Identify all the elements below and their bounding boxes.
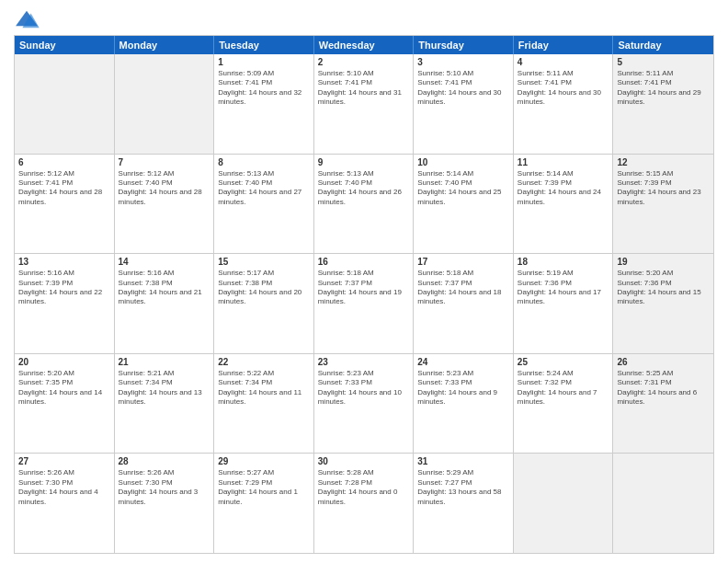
cal-cell: 10Sunrise: 5:14 AM Sunset: 7:40 PM Dayli… <box>414 155 514 254</box>
cell-info: Sunrise: 5:20 AM Sunset: 7:36 PM Dayligh… <box>617 269 710 307</box>
cal-cell: 8Sunrise: 5:13 AM Sunset: 7:40 PM Daylig… <box>214 155 314 254</box>
week-row-3: 13Sunrise: 5:16 AM Sunset: 7:39 PM Dayli… <box>15 253 713 353</box>
day-number: 7 <box>119 157 210 167</box>
cell-info: Sunrise: 5:26 AM Sunset: 7:30 PM Dayligh… <box>119 468 210 507</box>
day-number: 9 <box>318 157 410 167</box>
day-number: 28 <box>119 456 210 466</box>
day-number: 11 <box>518 157 609 167</box>
day-number: 3 <box>417 57 509 67</box>
cal-cell: 14Sunrise: 5:16 AM Sunset: 7:38 PM Dayli… <box>115 254 215 353</box>
cell-info: Sunrise: 5:09 AM Sunset: 7:41 PM Dayligh… <box>218 69 310 108</box>
cal-cell: 22Sunrise: 5:22 AM Sunset: 7:34 PM Dayli… <box>214 354 314 454</box>
cal-cell: 21Sunrise: 5:21 AM Sunset: 7:34 PM Dayli… <box>115 354 215 454</box>
cal-cell: 4Sunrise: 5:11 AM Sunset: 7:41 PM Daylig… <box>514 54 614 154</box>
calendar-body: 1Sunrise: 5:09 AM Sunset: 7:41 PM Daylig… <box>15 54 713 553</box>
cal-cell <box>15 54 115 154</box>
cal-cell: 20Sunrise: 5:20 AM Sunset: 7:35 PM Dayli… <box>15 354 115 454</box>
day-number: 14 <box>119 257 210 267</box>
logo <box>14 9 43 29</box>
header-day-tuesday: Tuesday <box>214 36 314 54</box>
header-day-saturday: Saturday <box>613 36 713 54</box>
header-day-friday: Friday <box>514 36 614 54</box>
day-number: 12 <box>617 157 710 167</box>
cell-info: Sunrise: 5:11 AM Sunset: 7:41 PM Dayligh… <box>518 69 609 108</box>
cal-cell: 17Sunrise: 5:18 AM Sunset: 7:37 PM Dayli… <box>414 254 514 353</box>
cell-info: Sunrise: 5:23 AM Sunset: 7:33 PM Dayligh… <box>417 369 509 408</box>
day-number: 10 <box>417 157 509 167</box>
cell-info: Sunrise: 5:29 AM Sunset: 7:27 PM Dayligh… <box>417 468 509 507</box>
cell-info: Sunrise: 5:19 AM Sunset: 7:36 PM Dayligh… <box>518 269 609 307</box>
cell-info: Sunrise: 5:22 AM Sunset: 7:34 PM Dayligh… <box>218 369 310 408</box>
cell-info: Sunrise: 5:13 AM Sunset: 7:40 PM Dayligh… <box>218 169 310 208</box>
cell-info: Sunrise: 5:15 AM Sunset: 7:39 PM Dayligh… <box>617 169 710 208</box>
cal-cell <box>613 454 713 553</box>
day-number: 1 <box>218 57 310 67</box>
logo-icon <box>14 9 40 29</box>
cell-info: Sunrise: 5:28 AM Sunset: 7:28 PM Dayligh… <box>318 468 410 507</box>
cell-info: Sunrise: 5:11 AM Sunset: 7:41 PM Dayligh… <box>617 69 710 108</box>
cell-info: Sunrise: 5:13 AM Sunset: 7:40 PM Dayligh… <box>318 169 410 208</box>
cell-info: Sunrise: 5:14 AM Sunset: 7:40 PM Dayligh… <box>417 169 509 208</box>
day-number: 22 <box>218 357 310 367</box>
day-number: 18 <box>518 257 609 267</box>
cell-info: Sunrise: 5:20 AM Sunset: 7:35 PM Dayligh… <box>18 369 110 408</box>
header-day-thursday: Thursday <box>414 36 514 54</box>
cell-info: Sunrise: 5:12 AM Sunset: 7:40 PM Dayligh… <box>119 169 210 208</box>
cal-cell: 29Sunrise: 5:27 AM Sunset: 7:29 PM Dayli… <box>214 454 314 553</box>
cal-cell <box>115 54 215 154</box>
week-row-5: 27Sunrise: 5:26 AM Sunset: 7:30 PM Dayli… <box>15 453 713 553</box>
cell-info: Sunrise: 5:14 AM Sunset: 7:39 PM Dayligh… <box>518 169 609 208</box>
cal-cell <box>514 454 614 553</box>
week-row-1: 1Sunrise: 5:09 AM Sunset: 7:41 PM Daylig… <box>15 54 713 154</box>
cal-cell: 7Sunrise: 5:12 AM Sunset: 7:40 PM Daylig… <box>115 155 215 254</box>
cell-info: Sunrise: 5:27 AM Sunset: 7:29 PM Dayligh… <box>218 468 310 507</box>
day-number: 6 <box>18 157 110 167</box>
cal-cell: 27Sunrise: 5:26 AM Sunset: 7:30 PM Dayli… <box>15 454 115 553</box>
cal-cell: 1Sunrise: 5:09 AM Sunset: 7:41 PM Daylig… <box>214 54 314 154</box>
day-number: 15 <box>218 257 310 267</box>
calendar-header: SundayMondayTuesdayWednesdayThursdayFrid… <box>15 36 713 54</box>
day-number: 16 <box>318 257 410 267</box>
calendar: SundayMondayTuesdayWednesdayThursdayFrid… <box>14 35 714 554</box>
cal-cell: 9Sunrise: 5:13 AM Sunset: 7:40 PM Daylig… <box>314 155 415 254</box>
cell-info: Sunrise: 5:12 AM Sunset: 7:41 PM Dayligh… <box>18 169 110 208</box>
day-number: 27 <box>18 456 110 466</box>
cell-info: Sunrise: 5:16 AM Sunset: 7:39 PM Dayligh… <box>18 269 110 307</box>
day-number: 30 <box>318 456 410 466</box>
day-number: 24 <box>417 357 509 367</box>
cell-info: Sunrise: 5:18 AM Sunset: 7:37 PM Dayligh… <box>318 269 410 307</box>
day-number: 20 <box>18 357 110 367</box>
day-number: 23 <box>318 357 410 367</box>
cal-cell: 13Sunrise: 5:16 AM Sunset: 7:39 PM Dayli… <box>15 254 115 353</box>
day-number: 31 <box>417 456 509 466</box>
week-row-2: 6Sunrise: 5:12 AM Sunset: 7:41 PM Daylig… <box>15 154 713 254</box>
header-day-wednesday: Wednesday <box>314 36 415 54</box>
day-number: 29 <box>218 456 310 466</box>
day-number: 17 <box>417 257 509 267</box>
cal-cell: 3Sunrise: 5:10 AM Sunset: 7:41 PM Daylig… <box>414 54 514 154</box>
day-number: 21 <box>119 357 210 367</box>
day-number: 2 <box>318 57 410 67</box>
page: SundayMondayTuesdayWednesdayThursdayFrid… <box>0 0 728 563</box>
day-number: 5 <box>617 57 710 67</box>
cal-cell: 11Sunrise: 5:14 AM Sunset: 7:39 PM Dayli… <box>514 155 614 254</box>
cell-info: Sunrise: 5:25 AM Sunset: 7:31 PM Dayligh… <box>617 369 710 408</box>
cal-cell: 12Sunrise: 5:15 AM Sunset: 7:39 PM Dayli… <box>613 155 713 254</box>
cal-cell: 5Sunrise: 5:11 AM Sunset: 7:41 PM Daylig… <box>613 54 713 154</box>
cal-cell: 6Sunrise: 5:12 AM Sunset: 7:41 PM Daylig… <box>15 155 115 254</box>
cell-info: Sunrise: 5:17 AM Sunset: 7:38 PM Dayligh… <box>218 269 310 307</box>
day-number: 8 <box>218 157 310 167</box>
cal-cell: 23Sunrise: 5:23 AM Sunset: 7:33 PM Dayli… <box>314 354 415 454</box>
cell-info: Sunrise: 5:18 AM Sunset: 7:37 PM Dayligh… <box>417 269 509 307</box>
day-number: 13 <box>18 257 110 267</box>
cell-info: Sunrise: 5:16 AM Sunset: 7:38 PM Dayligh… <box>119 269 210 307</box>
cal-cell: 16Sunrise: 5:18 AM Sunset: 7:37 PM Dayli… <box>314 254 415 353</box>
cal-cell: 30Sunrise: 5:28 AM Sunset: 7:28 PM Dayli… <box>314 454 415 553</box>
cell-info: Sunrise: 5:24 AM Sunset: 7:32 PM Dayligh… <box>518 369 609 408</box>
day-number: 4 <box>518 57 609 67</box>
cell-info: Sunrise: 5:23 AM Sunset: 7:33 PM Dayligh… <box>318 369 410 408</box>
cal-cell: 28Sunrise: 5:26 AM Sunset: 7:30 PM Dayli… <box>115 454 215 553</box>
cal-cell: 19Sunrise: 5:20 AM Sunset: 7:36 PM Dayli… <box>613 254 713 353</box>
cell-info: Sunrise: 5:10 AM Sunset: 7:41 PM Dayligh… <box>417 69 509 108</box>
day-number: 25 <box>518 357 609 367</box>
